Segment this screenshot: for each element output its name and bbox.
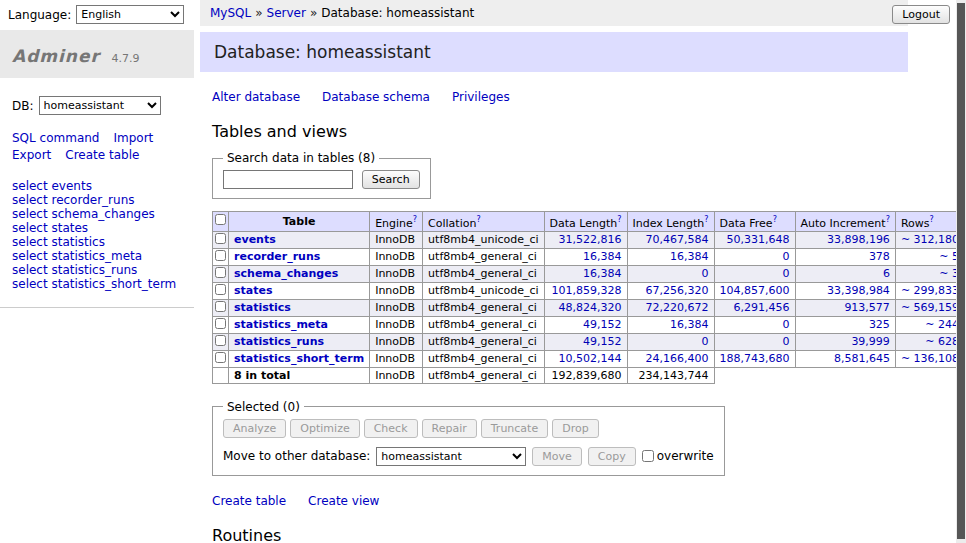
create-links: Create tableCreate view <box>212 494 908 508</box>
data-free-cell: 0 <box>714 316 795 333</box>
tables-body: eventsInnoDButf8mb4_unicode_ci31,522,816… <box>213 231 966 367</box>
table-name-link[interactable]: statistics_meta <box>234 318 328 331</box>
rows-cell: ~ 312,180 <box>895 231 964 248</box>
row-checkbox[interactable] <box>215 301 226 312</box>
table-name-cell: statistics <box>229 299 370 316</box>
sidebar-table-link[interactable]: select states <box>12 221 182 235</box>
scrollbar-thumb[interactable] <box>957 3 965 539</box>
table-name-link[interactable]: statistics_runs <box>234 335 324 348</box>
column-help-link[interactable]: ? <box>886 215 890 224</box>
data-free-cell: 0 <box>714 333 795 350</box>
sidebar-command-link[interactable]: Create table <box>65 148 139 163</box>
row-checkbox-cell <box>213 282 229 299</box>
table-name-link[interactable]: statistics_short_term <box>234 352 364 365</box>
selected-legend: Selected (0) <box>223 400 304 414</box>
column-help-link[interactable]: ? <box>413 215 417 224</box>
search-button[interactable]: Search <box>362 170 420 189</box>
vertical-scrollbar[interactable] <box>956 0 966 543</box>
row-checkbox[interactable] <box>215 352 226 363</box>
index-length-cell: 70,467,584 <box>627 231 714 248</box>
row-checkbox[interactable] <box>215 318 226 329</box>
sidebar-table-link[interactable]: select statistics <box>12 235 182 249</box>
data-length-cell: 49,152 <box>544 333 627 350</box>
row-checkbox[interactable] <box>215 233 226 244</box>
row-checkbox[interactable] <box>215 335 226 346</box>
row-checkbox[interactable] <box>215 267 226 278</box>
collation-cell: utf8mb4_general_ci <box>423 299 544 316</box>
sidebar-table-link[interactable]: select statistics_runs <box>12 263 182 277</box>
sidebar-command-link[interactable]: Export <box>12 148 51 163</box>
data-free-cell: 50,331,648 <box>714 231 795 248</box>
rows-cell: ~ 299,833 <box>895 282 964 299</box>
move-button[interactable]: Move <box>532 447 582 466</box>
breadcrumb-link[interactable]: MySQL <box>210 6 251 20</box>
db-action-link[interactable]: Database schema <box>322 90 430 104</box>
table-name-link[interactable]: states <box>234 284 273 297</box>
sidebar-table-link[interactable]: select recorder_runs <box>12 193 182 207</box>
collation-cell: utf8mb4_general_ci <box>423 248 544 265</box>
selected-action-button[interactable]: Optimize <box>290 419 359 438</box>
db-select[interactable]: homeassistant <box>39 96 161 115</box>
sidebar: Adminer 4.7.9 DB: homeassistant SQL comm… <box>0 30 194 308</box>
table-row: statesInnoDButf8mb4_unicode_ci101,859,32… <box>213 282 966 299</box>
sidebar-table-link[interactable]: select schema_changes <box>12 207 182 221</box>
db-action-link[interactable]: Privileges <box>452 90 510 104</box>
collation-cell: utf8mb4_general_ci <box>423 265 544 282</box>
breadcrumb-separator: » <box>255 6 262 20</box>
table-name-link[interactable]: statistics <box>234 301 291 314</box>
app-header: Adminer 4.7.9 <box>0 30 194 78</box>
auto-increment-cell: 913,577 <box>795 299 895 316</box>
create-link[interactable]: Create view <box>308 494 379 508</box>
sidebar-table-links: select eventsselect recorder_runsselect … <box>0 179 194 308</box>
table-name-cell: events <box>229 231 370 248</box>
search-input[interactable] <box>223 170 353 189</box>
move-db-select[interactable]: homeassistant <box>376 447 526 466</box>
selected-action-button[interactable]: Check <box>364 419 418 438</box>
app-version: 4.7.9 <box>112 52 140 65</box>
column-header-auto-increment: Auto Increment? <box>795 212 895 232</box>
engine-cell: InnoDB <box>370 265 423 282</box>
sidebar-table-link[interactable]: select statistics_meta <box>12 249 182 263</box>
row-checkbox[interactable] <box>215 284 226 295</box>
column-help-link[interactable]: ? <box>476 215 480 224</box>
tables-footer-row: 8 in totalInnoDButf8mb4_general_ci192,83… <box>213 367 966 383</box>
create-link[interactable]: Create table <box>212 494 286 508</box>
selected-action-button[interactable]: Drop <box>552 419 598 438</box>
selected-action-button[interactable]: Analyze <box>223 419 286 438</box>
column-header-collation: Collation? <box>423 212 544 232</box>
table-name-link[interactable]: events <box>234 233 276 246</box>
breadcrumb-link[interactable]: Server <box>267 6 306 20</box>
column-help-link[interactable]: ? <box>617 215 621 224</box>
auto-increment-cell: 378 <box>795 248 895 265</box>
table-name-link[interactable]: schema_changes <box>234 267 338 280</box>
table-row: schema_changesInnoDButf8mb4_general_ci16… <box>213 265 966 282</box>
collation-cell: utf8mb4_general_ci <box>423 350 544 367</box>
table-name-cell: statistics_meta <box>229 316 370 333</box>
db-action-link[interactable]: Alter database <box>212 90 300 104</box>
sidebar-table-link[interactable]: select statistics_short_term <box>12 277 182 291</box>
column-help-link[interactable]: ? <box>704 215 708 224</box>
select-all-checkbox[interactable] <box>215 214 226 225</box>
language-select[interactable]: English <box>76 5 184 24</box>
overwrite-checkbox[interactable] <box>642 450 654 462</box>
selected-action-button[interactable]: Repair <box>422 419 477 438</box>
sidebar-table-link[interactable]: select events <box>12 179 182 193</box>
overwrite-option: overwrite <box>642 449 714 463</box>
column-help-link[interactable]: ? <box>773 215 777 224</box>
copy-button[interactable]: Copy <box>588 447 636 466</box>
selected-action-button[interactable]: Truncate <box>481 419 548 438</box>
footer-index-length-cell: 234,143,744 <box>627 367 714 383</box>
table-name-link[interactable]: recorder_runs <box>234 250 320 263</box>
logout-button[interactable]: Logout <box>892 5 950 24</box>
column-header-data-free: Data Free? <box>714 212 795 232</box>
row-checkbox-cell <box>213 265 229 282</box>
sidebar-command-link[interactable]: Import <box>113 131 153 146</box>
column-help-link[interactable]: ? <box>929 215 933 224</box>
data-length-cell: 16,384 <box>544 265 627 282</box>
data-length-cell: 31,522,816 <box>544 231 627 248</box>
row-checkbox-cell <box>213 248 229 265</box>
data-free-cell: 104,857,600 <box>714 282 795 299</box>
row-checkbox[interactable] <box>215 250 226 261</box>
table-row: recorder_runsInnoDButf8mb4_general_ci16,… <box>213 248 966 265</box>
sidebar-command-link[interactable]: SQL command <box>12 131 99 146</box>
